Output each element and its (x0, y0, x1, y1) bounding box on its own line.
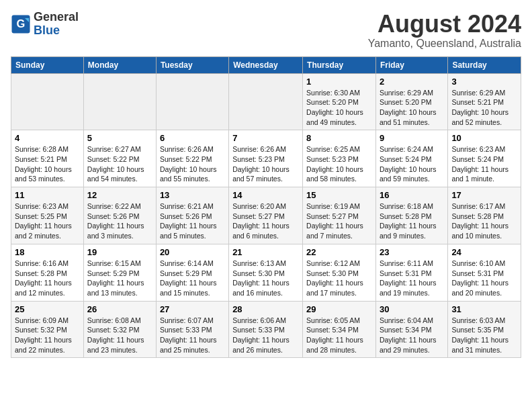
day-number: 4 (15, 133, 80, 143)
day-info: Sunrise: 6:08 AM Sunset: 5:32 PM Dayligh… (87, 316, 152, 355)
calendar-cell: 7Sunrise: 6:26 AM Sunset: 5:23 PM Daylig… (229, 130, 303, 187)
header-wednesday: Wednesday (229, 56, 303, 73)
day-number: 22 (306, 247, 372, 257)
day-info: Sunrise: 6:16 AM Sunset: 5:28 PM Dayligh… (15, 259, 80, 298)
calendar-cell: 12Sunrise: 6:22 AM Sunset: 5:26 PM Dayli… (83, 187, 156, 244)
logo-general-text: General (34, 11, 79, 24)
calendar-cell: 31Sunrise: 6:03 AM Sunset: 5:35 PM Dayli… (448, 301, 521, 358)
header-sunday: Sunday (11, 56, 84, 73)
header-monday: Monday (83, 56, 156, 73)
day-number: 19 (87, 247, 152, 257)
calendar-cell: 23Sunrise: 6:11 AM Sunset: 5:31 PM Dayli… (375, 244, 447, 301)
day-number: 31 (451, 304, 517, 314)
calendar-cell: 22Sunrise: 6:12 AM Sunset: 5:30 PM Dayli… (303, 244, 376, 301)
day-info: Sunrise: 6:18 AM Sunset: 5:28 PM Dayligh… (380, 201, 444, 241)
calendar-cell: 27Sunrise: 6:07 AM Sunset: 5:33 PM Dayli… (156, 301, 228, 358)
day-info: Sunrise: 6:09 AM Sunset: 5:32 PM Dayligh… (15, 316, 80, 355)
day-number: 28 (232, 304, 299, 314)
calendar-cell: 4Sunrise: 6:28 AM Sunset: 5:21 PM Daylig… (11, 130, 84, 187)
calendar-cell (156, 73, 228, 130)
day-number: 27 (160, 304, 225, 314)
day-info: Sunrise: 6:03 AM Sunset: 5:35 PM Dayligh… (451, 316, 517, 355)
day-info: Sunrise: 6:19 AM Sunset: 5:27 PM Dayligh… (306, 201, 372, 241)
logo-blue-text: Blue (34, 24, 79, 38)
calendar-cell: 20Sunrise: 6:14 AM Sunset: 5:29 PM Dayli… (156, 244, 228, 301)
day-number: 5 (87, 133, 152, 143)
title-block: August 2024 Yamanto, Queensland, Austral… (368, 11, 521, 50)
calendar-cell: 24Sunrise: 6:10 AM Sunset: 5:31 PM Dayli… (448, 244, 521, 301)
day-info: Sunrise: 6:26 AM Sunset: 5:23 PM Dayligh… (232, 144, 299, 184)
week-row-4: 18Sunrise: 6:16 AM Sunset: 5:28 PM Dayli… (11, 244, 521, 301)
day-info: Sunrise: 6:23 AM Sunset: 5:24 PM Dayligh… (451, 144, 517, 184)
day-info: Sunrise: 6:25 AM Sunset: 5:23 PM Dayligh… (306, 144, 372, 184)
day-info: Sunrise: 6:21 AM Sunset: 5:26 PM Dayligh… (160, 201, 225, 241)
day-info: Sunrise: 6:29 AM Sunset: 5:21 PM Dayligh… (451, 88, 517, 128)
day-info: Sunrise: 6:30 AM Sunset: 5:20 PM Dayligh… (306, 88, 372, 128)
day-info: Sunrise: 6:29 AM Sunset: 5:20 PM Dayligh… (380, 88, 444, 128)
calendar-cell: 2Sunrise: 6:29 AM Sunset: 5:20 PM Daylig… (375, 73, 447, 130)
calendar-cell: 29Sunrise: 6:05 AM Sunset: 5:34 PM Dayli… (303, 301, 376, 358)
day-number: 17 (451, 190, 517, 200)
day-info: Sunrise: 6:13 AM Sunset: 5:30 PM Dayligh… (232, 259, 299, 298)
month-year-title: August 2024 (368, 11, 521, 38)
calendar-cell: 18Sunrise: 6:16 AM Sunset: 5:28 PM Dayli… (11, 244, 84, 301)
header-thursday: Thursday (303, 56, 376, 73)
calendar-cell: 19Sunrise: 6:15 AM Sunset: 5:29 PM Dayli… (83, 244, 156, 301)
calendar-cell: 15Sunrise: 6:19 AM Sunset: 5:27 PM Dayli… (303, 187, 376, 244)
calendar-cell: 1Sunrise: 6:30 AM Sunset: 5:20 PM Daylig… (303, 73, 376, 130)
day-info: Sunrise: 6:24 AM Sunset: 5:24 PM Dayligh… (380, 144, 444, 184)
svg-text:G: G (17, 17, 26, 29)
day-info: Sunrise: 6:07 AM Sunset: 5:33 PM Dayligh… (160, 316, 225, 355)
day-number: 20 (160, 247, 225, 257)
calendar-table: SundayMondayTuesdayWednesdayThursdayFrid… (11, 56, 521, 359)
day-number: 30 (380, 304, 444, 314)
week-row-2: 4Sunrise: 6:28 AM Sunset: 5:21 PM Daylig… (11, 130, 521, 187)
logo: G General Blue (11, 11, 79, 38)
week-row-1: 1Sunrise: 6:30 AM Sunset: 5:20 PM Daylig… (11, 73, 521, 130)
day-info: Sunrise: 6:28 AM Sunset: 5:21 PM Dayligh… (15, 144, 80, 184)
calendar-cell: 25Sunrise: 6:09 AM Sunset: 5:32 PM Dayli… (11, 301, 84, 358)
day-number: 15 (306, 190, 372, 200)
calendar-cell: 5Sunrise: 6:27 AM Sunset: 5:22 PM Daylig… (83, 130, 156, 187)
calendar-cell: 8Sunrise: 6:25 AM Sunset: 5:23 PM Daylig… (303, 130, 376, 187)
calendar-cell: 14Sunrise: 6:20 AM Sunset: 5:27 PM Dayli… (229, 187, 303, 244)
day-info: Sunrise: 6:26 AM Sunset: 5:22 PM Dayligh… (160, 144, 225, 184)
week-row-5: 25Sunrise: 6:09 AM Sunset: 5:32 PM Dayli… (11, 301, 521, 358)
calendar-cell (11, 73, 84, 130)
day-number: 25 (15, 304, 80, 314)
day-number: 7 (232, 133, 299, 143)
day-number: 18 (15, 247, 80, 257)
day-number: 13 (160, 190, 225, 200)
day-number: 12 (87, 190, 152, 200)
day-number: 2 (380, 77, 444, 87)
calendar-cell: 6Sunrise: 6:26 AM Sunset: 5:22 PM Daylig… (156, 130, 228, 187)
week-row-3: 11Sunrise: 6:23 AM Sunset: 5:25 PM Dayli… (11, 187, 521, 244)
page-header: G General Blue August 2024 Yamanto, Quee… (11, 11, 521, 50)
day-number: 24 (451, 247, 517, 257)
calendar-cell: 10Sunrise: 6:23 AM Sunset: 5:24 PM Dayli… (448, 130, 521, 187)
calendar-cell: 21Sunrise: 6:13 AM Sunset: 5:30 PM Dayli… (229, 244, 303, 301)
day-number: 29 (306, 304, 372, 314)
day-info: Sunrise: 6:22 AM Sunset: 5:26 PM Dayligh… (87, 201, 152, 241)
header-saturday: Saturday (448, 56, 521, 73)
calendar-body: 1Sunrise: 6:30 AM Sunset: 5:20 PM Daylig… (11, 73, 521, 358)
day-info: Sunrise: 6:11 AM Sunset: 5:31 PM Dayligh… (380, 259, 444, 298)
day-info: Sunrise: 6:14 AM Sunset: 5:29 PM Dayligh… (160, 259, 225, 298)
day-number: 9 (380, 133, 444, 143)
day-number: 26 (87, 304, 152, 314)
day-number: 14 (232, 190, 299, 200)
day-info: Sunrise: 6:12 AM Sunset: 5:30 PM Dayligh… (306, 259, 372, 298)
header-tuesday: Tuesday (156, 56, 228, 73)
calendar-cell: 16Sunrise: 6:18 AM Sunset: 5:28 PM Dayli… (375, 187, 447, 244)
day-info: Sunrise: 6:17 AM Sunset: 5:28 PM Dayligh… (451, 201, 517, 241)
calendar-cell: 13Sunrise: 6:21 AM Sunset: 5:26 PM Dayli… (156, 187, 228, 244)
calendar-cell: 3Sunrise: 6:29 AM Sunset: 5:21 PM Daylig… (448, 73, 521, 130)
day-number: 23 (380, 247, 444, 257)
day-number: 6 (160, 133, 225, 143)
calendar-cell: 17Sunrise: 6:17 AM Sunset: 5:28 PM Dayli… (448, 187, 521, 244)
day-number: 8 (306, 133, 372, 143)
day-info: Sunrise: 6:06 AM Sunset: 5:33 PM Dayligh… (232, 316, 299, 355)
calendar-cell: 9Sunrise: 6:24 AM Sunset: 5:24 PM Daylig… (375, 130, 447, 187)
day-info: Sunrise: 6:05 AM Sunset: 5:34 PM Dayligh… (306, 316, 372, 355)
day-number: 1 (306, 77, 372, 87)
